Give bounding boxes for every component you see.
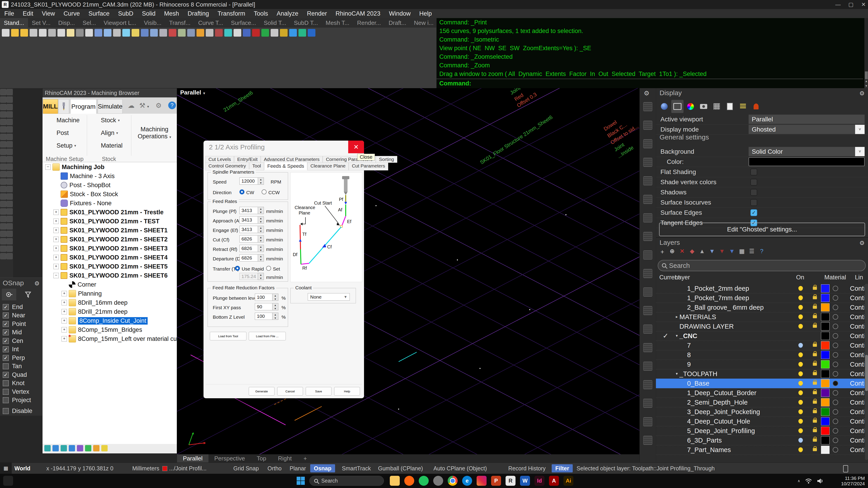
material-circle-icon[interactable] <box>833 437 838 443</box>
osnap-tab-snaps[interactable] <box>2 289 16 300</box>
side-tool-icon-26[interactable] <box>6 178 13 185</box>
load-from-tool-button[interactable]: Load from Tool <box>210 332 246 340</box>
column-header-lin[interactable]: Lin <box>855 274 863 281</box>
layer-row[interactable]: 6_3D_PartsContinuous <box>656 435 865 445</box>
setup-button[interactable]: Setup▾ <box>48 142 76 149</box>
feed-input[interactable]: 3413 <box>240 207 258 214</box>
layer-color-swatch[interactable] <box>821 313 830 321</box>
tree-item[interactable]: Corner <box>42 280 177 289</box>
toolbar-icon-33[interactable] <box>299 29 306 37</box>
cloud-icon[interactable]: ☁ <box>128 101 134 109</box>
color-swatch[interactable] <box>749 157 865 166</box>
stock-button[interactable]: Stock▾ <box>92 117 120 124</box>
bulb-on-icon[interactable] <box>798 400 803 404</box>
toolbar-icon-12[interactable] <box>104 29 112 37</box>
layer-color-swatch[interactable] <box>821 398 830 406</box>
lock-open-icon[interactable] <box>813 305 817 309</box>
toolbar-icon-25[interactable] <box>224 29 232 37</box>
toolbar-icon-21[interactable] <box>187 29 195 37</box>
side-tool-icon-10[interactable] <box>6 119 13 125</box>
side-tool-icon-29[interactable] <box>0 193 6 200</box>
menu-help[interactable]: Help <box>415 9 436 18</box>
feed-stepper[interactable]: ▲▼ <box>258 254 264 262</box>
tree-expander-icon[interactable]: + <box>53 264 59 269</box>
menu-render[interactable]: Render <box>303 9 331 18</box>
chrome-icon[interactable] <box>448 476 458 486</box>
match-layer-icon[interactable]: ◆ <box>688 248 696 255</box>
tree-expander-icon[interactable]: + <box>62 291 67 296</box>
checkbox-unchecked[interactable] <box>750 189 757 196</box>
side-tool-icon-27[interactable] <box>0 186 6 192</box>
layer-linetype[interactable]: Continuous <box>850 312 864 322</box>
lock-open-icon[interactable] <box>813 410 817 413</box>
toolbar-tab-8[interactable]: Curve T... <box>194 18 227 28</box>
toolbar-icon-6[interactable] <box>48 29 56 37</box>
osnap-tab-filter[interactable] <box>21 289 35 300</box>
toolbar-icon-31[interactable] <box>280 29 288 37</box>
layer-linetype[interactable]: Continuous <box>850 340 864 350</box>
tab-simulate[interactable]: Simulate <box>98 99 123 114</box>
toolbar-icon-32[interactable] <box>289 29 297 37</box>
side-tool-icon-28[interactable] <box>6 186 13 192</box>
maximize-button[interactable]: ▢ <box>848 1 854 8</box>
direction-ccw-radio[interactable] <box>261 189 267 194</box>
command-scrollbar[interactable]: ▲ ▼ <box>864 18 868 88</box>
word-icon[interactable]: W <box>520 476 530 486</box>
dialog-tab-clearance-plane[interactable]: Clearance Plane <box>307 163 349 170</box>
side-tool-icon-41[interactable] <box>0 238 6 245</box>
layer-color-swatch[interactable] <box>821 303 830 312</box>
tree-item[interactable]: +8Drill_16mm deep <box>42 298 177 307</box>
lock-open-icon[interactable] <box>813 391 817 394</box>
viewport-tab-top[interactable]: Top <box>251 454 272 462</box>
toolbar-icon-34[interactable] <box>308 29 315 37</box>
status-toggle-planar[interactable]: Planar <box>290 463 306 474</box>
layer-row[interactable]: 0_BaseContinuous <box>656 379 865 388</box>
material-circle-icon[interactable] <box>833 362 838 367</box>
illustrator-icon[interactable]: Ai <box>563 476 574 486</box>
toolbar-icon-14[interactable] <box>122 29 130 37</box>
coolant-dropdown[interactable]: None ▼ <box>308 293 350 301</box>
reduction-input[interactable]: 100 <box>255 294 273 301</box>
panel-strip-icon-1[interactable] <box>643 102 652 111</box>
lock-open-icon[interactable] <box>813 344 817 347</box>
filter-red-icon[interactable]: ▼ <box>717 248 726 255</box>
panel-strip-icon-9[interactable] <box>643 251 652 259</box>
bulb-on-icon[interactable] <box>798 371 803 376</box>
layer-color-swatch[interactable] <box>821 379 830 387</box>
menu-edit[interactable]: Edit <box>19 9 38 18</box>
side-tool-icon-22[interactable] <box>6 164 13 170</box>
checkbox-unchecked[interactable] <box>750 179 757 186</box>
toolbar-tab-1[interactable]: Stand... <box>0 18 28 28</box>
layer-row[interactable]: ▸MATERIALSContinuous <box>656 312 865 322</box>
material-circle-icon[interactable] <box>833 286 838 291</box>
scroll-up-icon[interactable]: ▲ <box>864 79 868 84</box>
tree-item[interactable]: +8Comp_15mm_Bridges <box>42 325 177 334</box>
reduction-stepper[interactable]: ▲▼ <box>272 294 278 301</box>
checkbox-unchecked[interactable] <box>750 169 757 175</box>
toolbar-tab-14[interactable]: Draft... <box>385 18 410 28</box>
side-tool-icon-12[interactable] <box>6 126 13 132</box>
osnap-item-disable[interactable]: Disable <box>3 407 32 415</box>
tree-item[interactable]: −Machining Job <box>42 163 177 171</box>
osnap-item-mid[interactable]: ✓Mid <box>3 329 22 336</box>
grid-icon[interactable] <box>711 100 723 113</box>
browser-bottom-icon-1[interactable] <box>44 445 51 451</box>
feed-stepper[interactable]: ▲▼ <box>258 207 264 214</box>
side-tool-icon-39[interactable] <box>0 231 6 237</box>
taskbar-corner-icon[interactable] <box>3 476 13 486</box>
osnap-item-point[interactable]: ✓Point <box>3 320 26 328</box>
delete-layer-icon[interactable]: ✕ <box>678 248 687 255</box>
toolbar-tab-2[interactable]: Set V... <box>28 18 55 28</box>
feed-input[interactable]: 3413 <box>240 226 258 233</box>
layer-linetype[interactable]: Continuous <box>850 426 864 435</box>
side-tool-icon-14[interactable] <box>6 134 13 140</box>
toolbar-icon-20[interactable] <box>178 29 186 37</box>
osnap-item-quad[interactable]: ✓Quad <box>3 371 27 379</box>
layer-row[interactable]: ✓▾_CNCContinuous <box>656 331 865 341</box>
panel-strip-icon-7[interactable] <box>643 214 652 222</box>
side-tool-icon-18[interactable] <box>6 149 13 155</box>
toolbar-icon-17[interactable] <box>150 29 158 37</box>
grid-view-icon[interactable]: ▦ <box>737 248 746 255</box>
bulb-on-icon[interactable] <box>798 447 803 452</box>
reduction-stepper[interactable]: ▲▼ <box>272 303 278 310</box>
